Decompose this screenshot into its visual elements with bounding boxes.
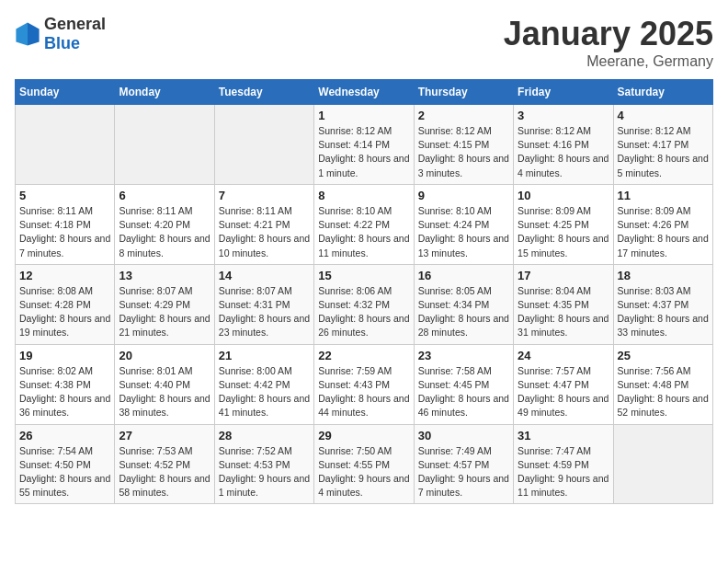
day-info: Sunrise: 8:01 AMSunset: 4:40 PMDaylight:… xyxy=(119,364,210,420)
calendar-cell: 27Sunrise: 7:53 AMSunset: 4:52 PMDayligh… xyxy=(115,424,214,504)
day-info: Sunrise: 8:02 AMSunset: 4:38 PMDaylight:… xyxy=(19,364,110,420)
day-number: 29 xyxy=(318,429,409,442)
day-number: 18 xyxy=(618,269,709,282)
calendar-cell: 26Sunrise: 7:54 AMSunset: 4:50 PMDayligh… xyxy=(16,424,115,504)
day-info: Sunrise: 8:07 AMSunset: 4:29 PMDaylight:… xyxy=(119,284,210,340)
weekday-header-row: SundayMondayTuesdayWednesdayThursdayFrid… xyxy=(16,80,713,105)
day-number: 28 xyxy=(219,429,310,442)
day-info: Sunrise: 8:08 AMSunset: 4:28 PMDaylight:… xyxy=(19,284,110,340)
svg-marker-1 xyxy=(28,22,40,45)
day-number: 17 xyxy=(518,269,609,282)
week-row-2: 5Sunrise: 8:11 AMSunset: 4:18 PMDaylight… xyxy=(16,184,713,264)
weekday-header-thursday: Thursday xyxy=(414,80,513,105)
day-number: 27 xyxy=(119,429,210,442)
day-number: 8 xyxy=(318,189,409,202)
logo-icon xyxy=(15,21,40,47)
day-info: Sunrise: 7:47 AMSunset: 4:59 PMDaylight:… xyxy=(518,444,609,500)
day-number: 23 xyxy=(418,349,509,362)
day-number: 15 xyxy=(318,269,409,282)
day-info: Sunrise: 8:12 AMSunset: 4:15 PMDaylight:… xyxy=(418,124,509,180)
calendar-cell: 31Sunrise: 7:47 AMSunset: 4:59 PMDayligh… xyxy=(514,424,613,504)
calendar-cell xyxy=(115,105,214,185)
weekday-header-wednesday: Wednesday xyxy=(314,80,414,105)
calendar-cell: 17Sunrise: 8:04 AMSunset: 4:35 PMDayligh… xyxy=(514,264,613,344)
week-row-3: 12Sunrise: 8:08 AMSunset: 4:28 PMDayligh… xyxy=(16,264,713,344)
day-number: 20 xyxy=(119,349,210,362)
calendar-cell: 11Sunrise: 8:09 AMSunset: 4:26 PMDayligh… xyxy=(613,184,712,264)
calendar-subtitle: Meerane, Germany xyxy=(504,53,713,70)
day-number: 7 xyxy=(219,189,310,202)
calendar-body: 1Sunrise: 8:12 AMSunset: 4:14 PMDaylight… xyxy=(16,105,713,504)
calendar-cell: 28Sunrise: 7:52 AMSunset: 4:53 PMDayligh… xyxy=(214,424,313,504)
weekday-header-monday: Monday xyxy=(115,80,214,105)
day-number: 31 xyxy=(518,429,609,442)
day-number: 25 xyxy=(618,349,709,362)
day-info: Sunrise: 7:56 AMSunset: 4:48 PMDaylight:… xyxy=(618,364,709,420)
day-info: Sunrise: 8:07 AMSunset: 4:31 PMDaylight:… xyxy=(219,284,310,340)
calendar-cell: 10Sunrise: 8:09 AMSunset: 4:25 PMDayligh… xyxy=(514,184,613,264)
day-number: 12 xyxy=(19,269,110,282)
calendar-cell: 7Sunrise: 8:11 AMSunset: 4:21 PMDaylight… xyxy=(214,184,313,264)
calendar-cell: 14Sunrise: 8:07 AMSunset: 4:31 PMDayligh… xyxy=(214,264,313,344)
calendar-cell xyxy=(16,105,115,185)
calendar-cell: 8Sunrise: 8:10 AMSunset: 4:22 PMDaylight… xyxy=(314,184,414,264)
day-info: Sunrise: 8:11 AMSunset: 4:21 PMDaylight:… xyxy=(219,204,310,260)
calendar-cell: 6Sunrise: 8:11 AMSunset: 4:20 PMDaylight… xyxy=(115,184,214,264)
day-info: Sunrise: 8:09 AMSunset: 4:25 PMDaylight:… xyxy=(518,204,609,260)
day-info: Sunrise: 8:09 AMSunset: 4:26 PMDaylight:… xyxy=(618,204,709,260)
week-row-4: 19Sunrise: 8:02 AMSunset: 4:38 PMDayligh… xyxy=(16,344,713,424)
calendar-cell: 18Sunrise: 8:03 AMSunset: 4:37 PMDayligh… xyxy=(613,264,712,344)
logo: General Blue xyxy=(15,15,106,53)
page-header: General Blue January 2025 Meerane, Germa… xyxy=(15,15,713,70)
day-info: Sunrise: 7:53 AMSunset: 4:52 PMDaylight:… xyxy=(119,444,210,500)
day-number: 30 xyxy=(418,429,509,442)
calendar-cell: 13Sunrise: 8:07 AMSunset: 4:29 PMDayligh… xyxy=(115,264,214,344)
day-info: Sunrise: 7:58 AMSunset: 4:45 PMDaylight:… xyxy=(418,364,509,420)
day-number: 11 xyxy=(618,189,709,202)
logo-general: General xyxy=(44,15,106,33)
day-info: Sunrise: 8:12 AMSunset: 4:14 PMDaylight:… xyxy=(318,124,409,180)
calendar-cell: 2Sunrise: 8:12 AMSunset: 4:15 PMDaylight… xyxy=(414,105,513,185)
calendar-cell: 4Sunrise: 8:12 AMSunset: 4:17 PMDaylight… xyxy=(613,105,712,185)
day-info: Sunrise: 8:12 AMSunset: 4:16 PMDaylight:… xyxy=(518,124,609,180)
day-info: Sunrise: 8:06 AMSunset: 4:32 PMDaylight:… xyxy=(318,284,409,340)
day-info: Sunrise: 7:59 AMSunset: 4:43 PMDaylight:… xyxy=(318,364,409,420)
calendar-cell: 30Sunrise: 7:49 AMSunset: 4:57 PMDayligh… xyxy=(414,424,513,504)
day-number: 9 xyxy=(418,189,509,202)
weekday-header-tuesday: Tuesday xyxy=(214,80,313,105)
day-number: 5 xyxy=(19,189,110,202)
day-info: Sunrise: 8:11 AMSunset: 4:18 PMDaylight:… xyxy=(19,204,110,260)
calendar-cell: 24Sunrise: 7:57 AMSunset: 4:47 PMDayligh… xyxy=(514,344,613,424)
day-info: Sunrise: 8:00 AMSunset: 4:42 PMDaylight:… xyxy=(219,364,310,420)
day-info: Sunrise: 7:49 AMSunset: 4:57 PMDaylight:… xyxy=(418,444,509,500)
day-info: Sunrise: 7:54 AMSunset: 4:50 PMDaylight:… xyxy=(19,444,110,500)
calendar-cell: 5Sunrise: 8:11 AMSunset: 4:18 PMDaylight… xyxy=(16,184,115,264)
calendar-cell: 16Sunrise: 8:05 AMSunset: 4:34 PMDayligh… xyxy=(414,264,513,344)
day-info: Sunrise: 8:10 AMSunset: 4:24 PMDaylight:… xyxy=(418,204,509,260)
calendar-cell: 9Sunrise: 8:10 AMSunset: 4:24 PMDaylight… xyxy=(414,184,513,264)
calendar-cell: 21Sunrise: 8:00 AMSunset: 4:42 PMDayligh… xyxy=(214,344,313,424)
day-number: 26 xyxy=(19,429,110,442)
day-number: 6 xyxy=(119,189,210,202)
day-info: Sunrise: 8:11 AMSunset: 4:20 PMDaylight:… xyxy=(119,204,210,260)
day-number: 22 xyxy=(318,349,409,362)
day-info: Sunrise: 7:50 AMSunset: 4:55 PMDaylight:… xyxy=(318,444,409,500)
day-number: 24 xyxy=(518,349,609,362)
weekday-header-sunday: Sunday xyxy=(16,80,115,105)
calendar-table: SundayMondayTuesdayWednesdayThursdayFrid… xyxy=(15,79,713,504)
day-number: 13 xyxy=(119,269,210,282)
day-number: 1 xyxy=(318,109,409,122)
day-number: 21 xyxy=(219,349,310,362)
day-number: 10 xyxy=(518,189,609,202)
calendar-cell xyxy=(214,105,313,185)
calendar-cell: 29Sunrise: 7:50 AMSunset: 4:55 PMDayligh… xyxy=(314,424,414,504)
day-info: Sunrise: 8:12 AMSunset: 4:17 PMDaylight:… xyxy=(618,124,709,180)
day-info: Sunrise: 8:03 AMSunset: 4:37 PMDaylight:… xyxy=(618,284,709,340)
calendar-cell: 23Sunrise: 7:58 AMSunset: 4:45 PMDayligh… xyxy=(414,344,513,424)
day-number: 4 xyxy=(618,109,709,122)
day-info: Sunrise: 7:52 AMSunset: 4:53 PMDaylight:… xyxy=(219,444,310,500)
week-row-1: 1Sunrise: 8:12 AMSunset: 4:14 PMDaylight… xyxy=(16,105,713,185)
calendar-cell xyxy=(613,424,712,504)
day-number: 14 xyxy=(219,269,310,282)
day-info: Sunrise: 8:05 AMSunset: 4:34 PMDaylight:… xyxy=(418,284,509,340)
